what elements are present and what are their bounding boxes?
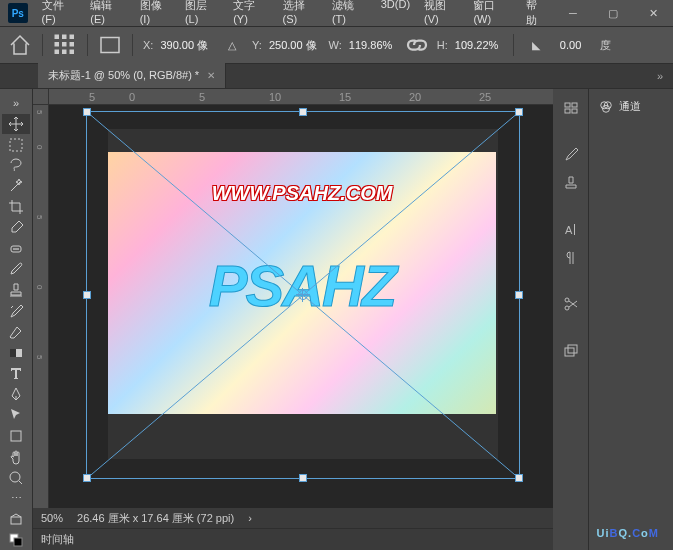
type-tool[interactable] bbox=[2, 364, 30, 384]
brush-tool[interactable] bbox=[2, 260, 30, 280]
handle-mid-left[interactable] bbox=[83, 291, 91, 299]
svg-rect-19 bbox=[11, 517, 21, 524]
panels-dock: A 通道 bbox=[553, 89, 673, 550]
history-brush-tool[interactable] bbox=[2, 301, 30, 321]
rotation-value[interactable]: 0.00 bbox=[556, 37, 592, 53]
vertical-ruler[interactable]: 5 0 5 0 5 bbox=[33, 105, 49, 550]
collapse-panels-icon[interactable]: » bbox=[657, 70, 663, 82]
y-value[interactable]: 250.00 像 bbox=[265, 36, 321, 55]
menu-image[interactable]: 图像(I) bbox=[134, 0, 177, 32]
menu-help[interactable]: 帮助 bbox=[520, 0, 553, 32]
svg-rect-5 bbox=[70, 42, 75, 47]
eraser-tool[interactable] bbox=[2, 322, 30, 342]
link-icon[interactable] bbox=[405, 33, 429, 57]
more-tools[interactable]: ⋯ bbox=[2, 488, 30, 508]
swatch-tool[interactable] bbox=[2, 530, 30, 550]
hand-tool[interactable] bbox=[2, 447, 30, 467]
horizontal-ruler[interactable]: 5 0 5 10 15 20 25 bbox=[49, 89, 553, 105]
canvas-area: 5 0 5 10 15 20 25 5 0 5 0 5 WWW.PSAHZ.CO… bbox=[33, 89, 553, 550]
shape-tool[interactable] bbox=[2, 426, 30, 446]
gradient-tool[interactable] bbox=[2, 343, 30, 363]
layers-panel-icon[interactable] bbox=[553, 337, 588, 363]
svg-rect-2 bbox=[70, 35, 75, 40]
menu-layer[interactable]: 图层(L) bbox=[179, 0, 225, 32]
delta-icon[interactable]: △ bbox=[220, 33, 244, 57]
minimize-button[interactable]: ─ bbox=[553, 0, 593, 27]
rotation-unit: 度 bbox=[600, 38, 611, 53]
watermark: UiBQ.CoM bbox=[597, 521, 659, 542]
status-chevron-icon[interactable]: › bbox=[248, 512, 252, 524]
svg-rect-32 bbox=[565, 348, 574, 356]
crop-tool[interactable] bbox=[2, 197, 30, 217]
edit-toolbar[interactable] bbox=[2, 509, 30, 529]
x-value[interactable]: 390.00 像 bbox=[156, 36, 212, 55]
eyedropper-tool[interactable] bbox=[2, 218, 30, 238]
zoom-tool[interactable] bbox=[2, 468, 30, 488]
main-text: PSAHZ bbox=[209, 252, 396, 319]
document-tab[interactable]: 未标题-1 @ 50% (0, RGB/8#) * ✕ bbox=[38, 63, 226, 88]
menu-window[interactable]: 窗口(W) bbox=[467, 0, 517, 32]
y-label: Y: bbox=[252, 39, 262, 51]
svg-rect-17 bbox=[11, 431, 21, 441]
paragraph-panel-icon[interactable] bbox=[553, 245, 588, 271]
rect-icon[interactable] bbox=[98, 33, 122, 57]
move-tool[interactable] bbox=[2, 114, 30, 134]
menu-filter[interactable]: 滤镜(T) bbox=[326, 0, 373, 32]
heal-tool[interactable] bbox=[2, 239, 30, 259]
channels-panel[interactable]: 通道 bbox=[593, 95, 669, 118]
channels-label: 通道 bbox=[619, 99, 641, 114]
h-value[interactable]: 109.22% bbox=[451, 37, 503, 53]
svg-text:A: A bbox=[565, 224, 573, 236]
handle-bot-left[interactable] bbox=[83, 474, 91, 482]
image-layer: WWW.PSAHZ.COM PSAHZ bbox=[108, 152, 496, 414]
ruler-origin[interactable] bbox=[33, 89, 49, 105]
menu-select[interactable]: 选择(S) bbox=[277, 0, 324, 32]
handle-mid-right[interactable] bbox=[515, 291, 523, 299]
svg-rect-7 bbox=[62, 50, 67, 55]
svg-rect-8 bbox=[70, 50, 75, 55]
svg-rect-25 bbox=[572, 103, 577, 107]
home-icon[interactable] bbox=[8, 33, 32, 57]
path-select-tool[interactable] bbox=[2, 405, 30, 425]
marquee-tool[interactable] bbox=[2, 135, 30, 155]
app-logo: Ps bbox=[8, 3, 28, 23]
handle-bot-mid[interactable] bbox=[299, 474, 307, 482]
brush-panel-icon[interactable] bbox=[553, 141, 588, 167]
main-menu: 文件(F) 编辑(E) 图像(I) 图层(L) 文字(Y) 选择(S) 滤镜(T… bbox=[36, 0, 553, 32]
pen-tool[interactable] bbox=[2, 384, 30, 404]
svg-rect-27 bbox=[572, 109, 577, 113]
svg-rect-1 bbox=[62, 35, 67, 40]
handle-bot-right[interactable] bbox=[515, 474, 523, 482]
reference-point-icon[interactable] bbox=[53, 33, 77, 57]
handle-top-mid[interactable] bbox=[299, 108, 307, 116]
svg-point-13 bbox=[16, 248, 17, 249]
menu-edit[interactable]: 编辑(E) bbox=[84, 0, 131, 32]
clone-panel-icon[interactable] bbox=[553, 170, 588, 196]
expand-icon[interactable]: » bbox=[2, 93, 30, 113]
timeline-panel[interactable]: 时间轴 bbox=[33, 528, 553, 550]
handle-top-right[interactable] bbox=[515, 108, 523, 116]
timeline-label: 时间轴 bbox=[41, 532, 74, 547]
wand-tool[interactable] bbox=[2, 176, 30, 196]
menu-view[interactable]: 视图(V) bbox=[418, 0, 465, 32]
character-panel-icon[interactable]: A bbox=[553, 216, 588, 242]
tab-close-icon[interactable]: ✕ bbox=[207, 70, 215, 81]
svg-rect-3 bbox=[55, 42, 60, 47]
w-value[interactable]: 119.86% bbox=[345, 37, 397, 53]
close-button[interactable]: ✕ bbox=[633, 0, 673, 27]
stamp-tool[interactable] bbox=[2, 280, 30, 300]
menu-file[interactable]: 文件(F) bbox=[36, 0, 83, 32]
zoom-level[interactable]: 50% bbox=[41, 512, 63, 524]
svg-point-30 bbox=[565, 298, 569, 302]
menu-3d[interactable]: 3D(D) bbox=[375, 0, 416, 32]
panel-icon-1[interactable] bbox=[553, 95, 588, 121]
lasso-tool[interactable] bbox=[2, 155, 30, 175]
svg-rect-16 bbox=[10, 349, 16, 357]
svg-rect-0 bbox=[55, 35, 60, 40]
handle-top-left[interactable] bbox=[83, 108, 91, 116]
menu-type[interactable]: 文字(Y) bbox=[227, 0, 274, 32]
scissors-icon[interactable] bbox=[553, 291, 588, 317]
document-dimensions[interactable]: 26.46 厘米 x 17.64 厘米 (72 ppi) bbox=[77, 511, 234, 526]
maximize-button[interactable]: ▢ bbox=[593, 0, 633, 27]
svg-rect-33 bbox=[568, 345, 577, 353]
